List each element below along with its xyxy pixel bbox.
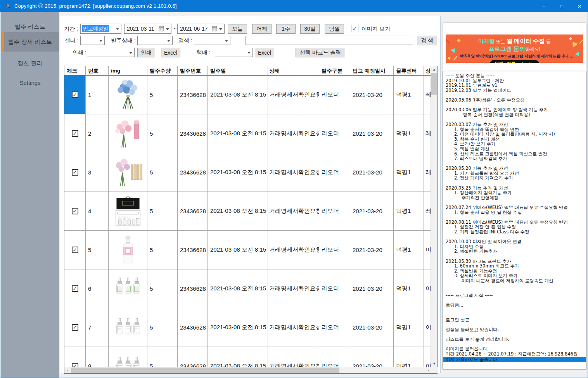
center-cell: 덕평1 xyxy=(394,153,424,192)
center-cell: 덕평1 xyxy=(394,269,424,308)
horizontal-scrollbar[interactable]: ‹ › xyxy=(64,367,438,373)
row-checkbox-cell[interactable]: ✓ xyxy=(64,192,86,231)
thirty-days-button[interactable]: 30일 xyxy=(300,24,320,34)
row-checkbox-cell[interactable]: ✓ xyxy=(64,153,86,192)
center-combobox[interactable] xyxy=(80,36,105,45)
column-header-check[interactable]: 체크 xyxy=(64,66,86,76)
column-header-product[interactable]: 상 xyxy=(424,66,431,76)
yesterday-button[interactable]: 어제 xyxy=(252,24,272,34)
chevron-down-icon xyxy=(219,28,222,30)
table-row[interactable]: ✓ 8 5 23436628 2021-03-08 오전 8:15 거래명세서확… xyxy=(64,347,431,367)
column-header-center[interactable]: 물류센터 xyxy=(394,66,424,76)
column-header-number[interactable]: 번호 xyxy=(86,66,109,76)
maximize-button[interactable]: □ xyxy=(553,0,571,12)
excel-button-1[interactable]: Excel xyxy=(161,48,180,57)
row-checkbox-cell[interactable]: ✓ xyxy=(64,308,86,347)
order-kind-cell: 리오더 xyxy=(319,308,350,347)
product-image xyxy=(109,347,147,367)
row-checkbox-cell[interactable]: ✓ xyxy=(64,347,86,367)
order-no-cell: 23436628 xyxy=(178,114,208,153)
row-checkbox[interactable]: ✓ xyxy=(72,324,78,331)
courier-combobox[interactable] xyxy=(215,48,253,57)
image-view-checkbox[interactable]: ✓ xyxy=(351,25,358,32)
sidebar-item-settlement[interactable]: 정산 관리 xyxy=(1,55,59,71)
column-header-due-date[interactable]: 입고 예정일시 xyxy=(350,66,394,76)
table-row[interactable]: ✓ 6 5 23436628 2021-03-08 오전 8:15 거래명세서확… xyxy=(64,269,431,308)
product-name-cell: 이 xyxy=(424,308,431,347)
order-no-cell: 23436628 xyxy=(178,269,208,308)
date-to-value: 2021-06-17 xyxy=(180,26,208,32)
log-panel[interactable]: ----- 도움 주신 분들 ----- 2019.10.01 올투그린 - 제… xyxy=(443,71,586,369)
current-month-button[interactable]: 당월 xyxy=(325,24,344,34)
column-header-order-kind[interactable]: 발주구분 xyxy=(319,66,350,76)
table-row[interactable]: ✓ 1 5 23436628 2021-03-08 오전 8:15 거래명세서확… xyxy=(64,76,431,114)
scroll-left-icon[interactable]: ‹ xyxy=(64,367,71,373)
table-row[interactable]: ✓ 7 5 23436628 2021-03-08 오전 8:15 거래명세서확… xyxy=(64,308,431,347)
due-date-cell: 2021-03-20 xyxy=(350,231,394,269)
check-icon: ✓ xyxy=(73,247,77,253)
minimize-button[interactable]: – xyxy=(535,0,553,12)
order-no-cell: 23436628 xyxy=(178,192,208,231)
ad-banner[interactable]: 마케팅 또는 웹 데이터 수집 등 프로그램 문의하세요! vb6.0 및 vb… xyxy=(446,35,583,63)
order-kind-cell: 리오더 xyxy=(319,231,350,269)
today-button[interactable]: 오늘 xyxy=(228,24,247,34)
row-checkbox-cell[interactable]: ✓ xyxy=(64,114,86,153)
row-checkbox[interactable]: ✓ xyxy=(72,247,78,253)
date-from-picker[interactable]: 2021-03-11 xyxy=(124,24,171,34)
order-qty-cell: 5 xyxy=(147,308,178,347)
row-checkbox-cell[interactable]: ✓ xyxy=(64,76,86,114)
order-qty-cell: 5 xyxy=(147,192,178,231)
row-checkbox[interactable]: ✓ xyxy=(72,91,78,98)
center-cell: 덕평1 xyxy=(394,192,424,231)
date-to-picker[interactable]: 2021-06-17 xyxy=(177,24,225,34)
vertical-scrollbar[interactable]: ▲ ▼ xyxy=(431,66,437,367)
search-input[interactable] xyxy=(246,36,413,45)
sidebar-item-settings[interactable]: Settings xyxy=(1,75,59,90)
table-row[interactable]: ✓ 3 5 23436628 2021-03-08 오전 8:15 거래명세서확… xyxy=(64,153,431,192)
sidebar-item-order-detail-list[interactable]: 발주 상세 리스트 xyxy=(1,32,59,52)
row-checkbox[interactable]: ✓ xyxy=(72,169,78,176)
table-row[interactable]: ✓ 2 5 23436628 2021-03-08 오전 8:15 거래명세서확… xyxy=(64,114,431,153)
row-checkbox-cell[interactable]: ✓ xyxy=(64,269,86,308)
status-cell: 거래명세서확인요청 xyxy=(268,192,319,231)
order-date-cell: 2021-03-08 오전 8:15 xyxy=(208,76,268,114)
column-header-img[interactable]: img xyxy=(109,66,147,76)
row-checkbox[interactable]: ✓ xyxy=(72,363,78,367)
column-header-order-date[interactable]: 발주일 xyxy=(208,66,268,76)
barcode-print-button[interactable]: 선택 바코드 출력 xyxy=(296,48,345,57)
scroll-up-icon[interactable]: ▲ xyxy=(431,66,438,72)
status-cell: 거래명세서확인요청 xyxy=(268,231,319,269)
scroll-right-icon[interactable]: › xyxy=(425,367,431,373)
excel-button-2[interactable]: Excel xyxy=(255,48,274,57)
horizontal-scroll-thumb[interactable] xyxy=(71,368,339,373)
row-checkbox[interactable]: ✓ xyxy=(72,285,78,292)
row-checkbox-cell[interactable]: ✓ xyxy=(64,231,86,269)
row-checkbox[interactable]: ✓ xyxy=(72,130,78,137)
order-status-combobox[interactable] xyxy=(137,36,173,45)
courier-label: 택배 : xyxy=(197,47,211,57)
print-combobox[interactable] xyxy=(87,48,135,57)
one-week-button[interactable]: 1주 xyxy=(276,24,296,34)
period-type-combobox[interactable]: 입고예정일 xyxy=(80,24,121,34)
close-button[interactable]: ✕ xyxy=(571,0,588,12)
scroll-down-icon[interactable]: ▼ xyxy=(431,361,438,367)
order-kind-cell: 리오더 xyxy=(319,76,350,114)
row-number-cell: 7 xyxy=(86,308,109,347)
due-date-cell: 2021-03-20 xyxy=(350,153,394,192)
vertical-scroll-thumb[interactable] xyxy=(431,73,437,95)
table-row[interactable]: ✓ 4 5 23436628 2021-03-08 오전 8:15 거래명세서확… xyxy=(64,192,431,231)
table-row[interactable]: ✓ 5 5 23436628 2021-03-08 오전 8:15 거래명세서확… xyxy=(64,231,431,269)
product-image xyxy=(109,308,147,347)
search-button[interactable]: 검 색 xyxy=(417,36,437,45)
search-type-combobox[interactable] xyxy=(194,36,230,45)
order-qty-cell: 5 xyxy=(147,347,178,367)
row-checkbox[interactable]: ✓ xyxy=(72,208,78,214)
print-button[interactable]: 인쇄 xyxy=(137,48,155,57)
column-header-order-no[interactable]: 발주번호 xyxy=(178,66,208,76)
order-date-cell: 2021-03-08 오전 8:15 xyxy=(208,192,268,231)
product-name-cell: 이 xyxy=(424,269,431,308)
column-header-order-qty[interactable]: 발주수량 xyxy=(147,66,178,76)
status-cell: 거래명세서확인요청 xyxy=(268,269,319,308)
center-cell: 덕평1 xyxy=(394,231,424,269)
column-header-status[interactable]: 상태 xyxy=(268,66,319,76)
